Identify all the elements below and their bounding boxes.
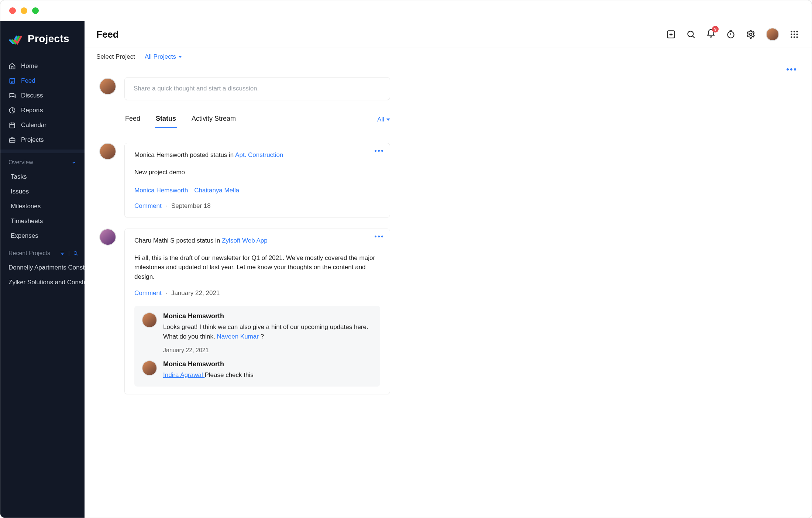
recent-project-item[interactable]: Donnelly Apartments Const xyxy=(0,260,85,275)
sidebar-item-feed[interactable]: Feed xyxy=(0,73,85,88)
reply-date: January 22, 2021 xyxy=(163,347,373,354)
post-header: Monica Hemsworth posted status in Apt. C… xyxy=(134,151,380,159)
brand: Projects xyxy=(0,21,85,56)
svg-point-13 xyxy=(794,34,795,35)
sidebar-item-home[interactable]: Home xyxy=(0,59,85,73)
notifications-button[interactable]: 9 xyxy=(706,29,716,40)
sidebar-item-label: Feed xyxy=(21,77,35,85)
comment-button[interactable]: Comment xyxy=(134,289,162,296)
reports-icon xyxy=(8,107,16,114)
overview-item-milestones[interactable]: Milestones xyxy=(0,199,85,214)
reply-text: Indira Agrawal Please check this xyxy=(163,370,373,380)
svg-rect-2 xyxy=(10,123,14,128)
page-more-menu[interactable] xyxy=(787,68,796,71)
mention-link[interactable]: Naveen Kumar xyxy=(217,333,261,340)
page-title: Feed xyxy=(96,29,119,40)
main-content: Feed 9 Select Project All Projects xyxy=(85,21,812,518)
mention-link[interactable]: Indira Agrawal xyxy=(163,371,204,378)
compose-input[interactable]: Share a quick thought and start a discus… xyxy=(124,77,390,100)
post-more-menu[interactable] xyxy=(375,236,383,237)
sidebar-item-projects[interactable]: Projects xyxy=(0,133,85,147)
svg-point-17 xyxy=(796,36,798,38)
feed-tabs-row: Feed Status Activity Stream All xyxy=(124,111,390,128)
post-author-avatar xyxy=(99,229,116,246)
overview-item-expenses[interactable]: Expenses xyxy=(0,229,85,243)
timer-button[interactable] xyxy=(726,30,736,39)
post-body: Hi all, this is the draft of our newslet… xyxy=(134,253,380,282)
svg-point-16 xyxy=(794,36,795,38)
filterbar: Select Project All Projects xyxy=(85,48,812,66)
svg-point-8 xyxy=(750,33,752,36)
reply-item: Monica Hemsworth Indira Agrawal Please c… xyxy=(142,360,373,380)
sidebar-item-label: Projects xyxy=(21,136,44,144)
add-button[interactable] xyxy=(666,30,676,39)
post-header: Charu Mathi S posted status in Zylsoft W… xyxy=(134,237,380,244)
reply-text: Looks great! I think we can also give a … xyxy=(163,322,373,341)
svg-point-9 xyxy=(791,31,792,32)
tab-feed[interactable]: Feed xyxy=(124,111,141,128)
post-target-link[interactable]: Zylsoft Web App xyxy=(222,237,267,244)
search-button[interactable] xyxy=(686,30,696,39)
chevron-down-icon xyxy=(71,160,76,165)
post-date: September 18 xyxy=(171,202,211,209)
reply-author-avatar xyxy=(142,312,157,328)
notification-badge: 9 xyxy=(712,26,719,32)
feed-filter-dropdown[interactable]: All xyxy=(377,116,390,123)
reply-item: Monica Hemsworth Looks great! I think we… xyxy=(142,312,373,354)
overview-title: Overview xyxy=(8,159,33,166)
search-icon[interactable] xyxy=(73,250,79,256)
minimize-window-button[interactable] xyxy=(21,7,27,14)
post-meta: Comment · January 22, 2021 xyxy=(134,289,380,297)
svg-point-4 xyxy=(74,251,77,254)
sidebar: Projects Home Feed Discuss Reports Calen… xyxy=(0,21,85,518)
post-tagged-users: Monica Hemsworth Chaitanya Mella xyxy=(134,187,380,194)
overview-item-issues[interactable]: Issues xyxy=(0,184,85,199)
sidebar-item-calendar[interactable]: Calendar xyxy=(0,118,85,133)
recent-projects-header: Recent Projects | xyxy=(0,243,85,260)
reply-author-name: Monica Hemsworth xyxy=(163,360,373,368)
sidebar-item-reports[interactable]: Reports xyxy=(0,103,85,118)
project-filter-dropdown[interactable]: All Projects xyxy=(145,53,182,61)
user-avatar[interactable] xyxy=(766,28,779,41)
svg-point-12 xyxy=(791,34,792,35)
reply-author-avatar xyxy=(142,360,157,376)
home-icon xyxy=(8,62,16,70)
recent-project-item[interactable]: Zylker Solutions and Constr xyxy=(0,275,85,290)
caret-down-icon xyxy=(386,119,390,121)
overview-item-timesheets[interactable]: Timesheets xyxy=(0,214,85,229)
briefcase-icon xyxy=(8,136,16,144)
status-post: Monica Hemsworth posted status in Apt. C… xyxy=(124,143,390,217)
sidebar-item-discuss[interactable]: Discuss xyxy=(0,88,85,103)
mac-titlebar xyxy=(0,0,812,21)
svg-point-11 xyxy=(796,31,798,32)
close-window-button[interactable] xyxy=(9,7,16,14)
svg-point-10 xyxy=(794,31,795,32)
tagged-user-link[interactable]: Chaitanya Mella xyxy=(194,187,239,194)
reply-author-name: Monica Hemsworth xyxy=(163,312,373,320)
filter-icon[interactable] xyxy=(59,250,65,256)
post-date: January 22, 2021 xyxy=(171,289,220,296)
tagged-user-link[interactable]: Monica Hemsworth xyxy=(134,187,188,194)
tab-activity-stream[interactable]: Activity Stream xyxy=(191,111,237,128)
main-nav: Home Feed Discuss Reports Calendar Proje… xyxy=(0,56,85,150)
tab-status[interactable]: Status xyxy=(155,111,177,128)
apps-grid-button[interactable] xyxy=(789,30,799,39)
overview-item-tasks[interactable]: Tasks xyxy=(0,169,85,184)
svg-point-6 xyxy=(688,31,693,37)
select-project-label: Select Project xyxy=(96,53,135,61)
maximize-window-button[interactable] xyxy=(32,7,39,14)
post-author-avatar xyxy=(99,143,116,160)
settings-button[interactable] xyxy=(746,30,756,39)
brand-name: Projects xyxy=(28,33,69,45)
svg-point-15 xyxy=(791,36,792,38)
topbar: Feed 9 xyxy=(85,21,812,48)
post-target-link[interactable]: Apt. Construction xyxy=(235,151,283,158)
sidebar-item-label: Calendar xyxy=(21,121,47,129)
compose-avatar xyxy=(99,78,116,95)
calendar-icon xyxy=(8,121,16,129)
comment-button[interactable]: Comment xyxy=(134,202,162,209)
overview-section-header[interactable]: Overview xyxy=(0,153,85,169)
post-more-menu[interactable] xyxy=(375,150,383,152)
recent-title: Recent Projects xyxy=(8,250,50,257)
post-meta: Comment · September 18 xyxy=(134,202,380,210)
